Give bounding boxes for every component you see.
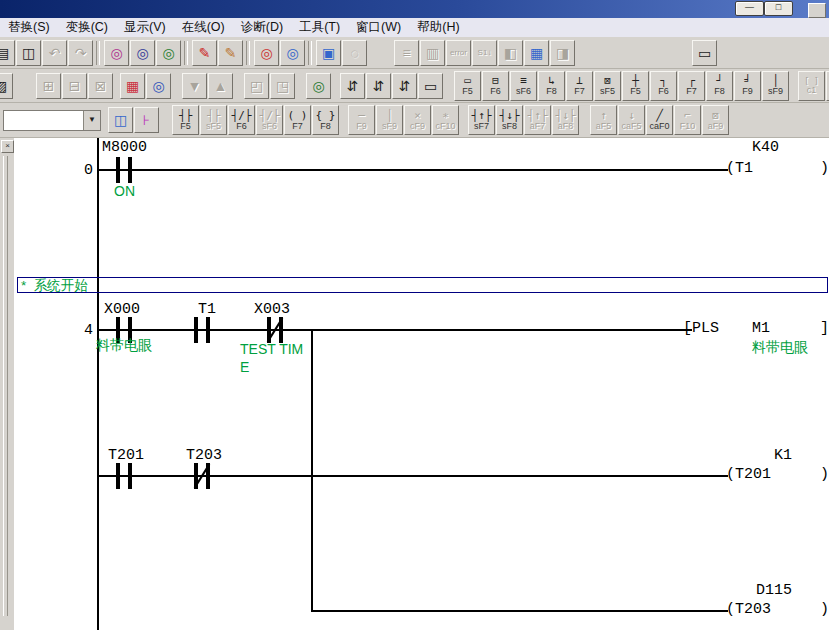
screen-setting-button[interactable]: ▣ — [316, 40, 341, 66]
register-watch-1-button[interactable]: ⇵ — [340, 73, 365, 99]
monitor-write-mode-button[interactable]: ✎ — [218, 40, 243, 66]
vline-write-button[interactable]: │sF9 — [376, 105, 403, 135]
contact-closed-button[interactable]: ┤/├F6 — [228, 105, 255, 135]
step-stop-icon: ▲ — [214, 79, 228, 93]
line-double-button[interactable]: ╛F9 — [734, 71, 761, 101]
menu-item-view[interactable]: 显示(V) — [116, 18, 174, 37]
vline-delete-button[interactable]: ∗cF10 — [432, 105, 459, 135]
find-step-button[interactable]: ◎ — [280, 40, 305, 66]
menu-item-window[interactable]: 窗口(W) — [348, 18, 409, 37]
device-combobox[interactable]: ▼ — [3, 110, 101, 131]
contact-open-parallel-button[interactable]: ┤├sF5 — [200, 105, 227, 135]
menu-item-replace[interactable]: 替换(S) — [0, 18, 58, 37]
time-chart-button[interactable]: ◎ — [146, 73, 171, 99]
contact-device-label[interactable]: X003 — [254, 302, 290, 318]
menu-item-tools[interactable]: 工具(T) — [291, 18, 348, 37]
pulse-rising-button[interactable]: ┤↑├sF7 — [468, 105, 495, 135]
refresh-button[interactable]: ◌ — [342, 40, 367, 66]
comment-display-button[interactable]: ▭ — [418, 73, 443, 99]
op-falling-button[interactable]: ↓caF5 — [618, 105, 645, 135]
ladder-test-button[interactable]: ▨ — [0, 73, 13, 99]
line-cross-button[interactable]: ┼F5 — [622, 71, 649, 101]
find-contact-coil-button[interactable]: ◎ — [130, 40, 155, 66]
minimize-button[interactable]: — — [735, 1, 764, 16]
line-branch-button[interactable]: ↳F8 — [538, 71, 565, 101]
statement-comment-row[interactable]: * 系统开始 — [17, 277, 828, 293]
menu-item-online[interactable]: 在线(O) — [174, 18, 233, 37]
combobox-dropdown-icon[interactable]: ▼ — [83, 111, 100, 130]
contact-device-label[interactable]: X000 — [104, 302, 140, 318]
device-test-button[interactable]: ▦ — [120, 73, 145, 99]
instruction-label[interactable]: [PLS — [683, 321, 719, 337]
write-mode-button[interactable]: ✎ — [192, 40, 217, 66]
window-cascade-button[interactable]: ▥ — [420, 40, 445, 66]
menu-item-diagnostics[interactable]: 诊断(D) — [233, 18, 291, 37]
trace-button[interactable]: ⊞ — [36, 73, 61, 99]
step-run-button[interactable]: ▼ — [182, 73, 207, 99]
contact-closed-parallel-button[interactable]: ┤/├sF6 — [256, 105, 283, 135]
line-corner-dr-button[interactable]: ┐F6 — [650, 71, 677, 101]
split-window-button[interactable]: ◧ — [498, 40, 523, 66]
register-watch-2-button[interactable]: ⇵ — [366, 73, 391, 99]
invert-result-button[interactable]: ╱caF0 — [646, 105, 673, 135]
instruction-device-label[interactable]: M1 — [752, 321, 770, 337]
contact-device-label[interactable]: M8000 — [102, 140, 147, 156]
line-vertical-button[interactable]: │sF9 — [762, 71, 789, 101]
find-device-123-button[interactable]: ◎ — [156, 40, 181, 66]
window-jump-1-button[interactable]: ◰ — [244, 73, 269, 99]
instruction-button[interactable]: { }F8 — [312, 105, 339, 135]
contact-device-label[interactable]: T201 — [108, 448, 144, 464]
paste-button[interactable]: ◫ — [16, 40, 41, 66]
parameter-dialog-button[interactable]: ▭ — [692, 40, 717, 66]
window-jump-2-button[interactable]: ◳ — [270, 73, 295, 99]
dock-close-icon[interactable]: × — [1, 140, 14, 153]
line-tee-button[interactable]: ⊥F7 — [566, 71, 593, 101]
line-rows-button[interactable]: ≡sF6 — [510, 71, 537, 101]
pulse-rising-parallel-button[interactable]: ┤↑├aF7 — [524, 105, 551, 135]
redo-button[interactable]: ↷ — [68, 40, 93, 66]
register-watch-3-button[interactable]: ⇵ — [392, 73, 417, 99]
contact-open-button[interactable]: ┤├F5 — [172, 105, 199, 135]
line-box2-button[interactable]: ⊟F6 — [482, 71, 509, 101]
page-find-button[interactable]: ◫ — [108, 107, 133, 133]
device-combobox-input[interactable] — [4, 111, 83, 130]
restore-button[interactable]: □ — [764, 1, 793, 16]
monitor-mode-button[interactable]: ◎ — [306, 73, 331, 99]
sort-s1-s9-button[interactable]: S1↓ — [472, 40, 497, 66]
line-box-button[interactable]: ▭F5 — [454, 71, 481, 101]
project-list-button[interactable]: ≡ — [394, 40, 419, 66]
coil-out-button[interactable]: ( )F7 — [284, 105, 311, 135]
menu-item-help[interactable]: 帮助(H) — [409, 18, 467, 37]
pulse-falling-parallel-button[interactable]: ┤↓├aF8 — [552, 105, 579, 135]
op-rising-button[interactable]: ↑aF5 — [590, 105, 617, 135]
dock-grip[interactable] — [3, 156, 8, 616]
mdi-child-button[interactable] — [808, 3, 826, 18]
coil-device-label[interactable]: (T201 — [726, 467, 771, 483]
line-corner-ur-button[interactable]: ┘F8 — [706, 71, 733, 101]
rule-write-button[interactable]: ⌐F10 — [674, 105, 701, 135]
coil-device-label[interactable]: (T203 — [726, 602, 771, 618]
hline-write-button[interactable]: ─F9 — [348, 105, 375, 135]
find-device-button[interactable]: ◎ — [104, 40, 129, 66]
project-tree-button[interactable]: ⊦ — [134, 107, 159, 133]
undo-button[interactable]: ↶ — [42, 40, 67, 66]
grid-blocks-button[interactable]: ▦ — [524, 40, 549, 66]
line-corner-dl-button[interactable]: ┌F7 — [678, 71, 705, 101]
pulse-falling-button[interactable]: ┤↓├sF8 — [496, 105, 523, 135]
copy-button[interactable]: ▤ — [0, 40, 15, 66]
find-string-button[interactable]: ◎ — [254, 40, 279, 66]
hline-delete-button[interactable]: ×cF9 — [404, 105, 431, 135]
contact-device-label[interactable]: T1 — [198, 302, 216, 318]
error-check-button[interactable]: error — [446, 40, 471, 66]
menu-item-convert[interactable]: 变换(C) — [58, 18, 116, 37]
line-xbox-button[interactable]: ⊠sF5 — [594, 71, 621, 101]
contact-device-label[interactable]: T203 — [186, 448, 222, 464]
step-stop-button[interactable]: ▲ — [208, 73, 233, 99]
rule-delete-button[interactable]: ⊠aF9 — [702, 105, 729, 135]
coil-c1-button[interactable]: [ ]c1 — [798, 71, 825, 101]
ladder-editor[interactable]: 0 M8000 ON K40 (T1 ) * 系统开始 4 X000 料带电眼 … — [14, 138, 829, 630]
tree-down-button[interactable]: ◨ — [550, 40, 575, 66]
device-skip-button[interactable]: ⊠ — [88, 73, 113, 99]
coil-device-label[interactable]: (T1 — [726, 161, 753, 177]
sampling-trace-button[interactable]: ⊟ — [62, 73, 87, 99]
